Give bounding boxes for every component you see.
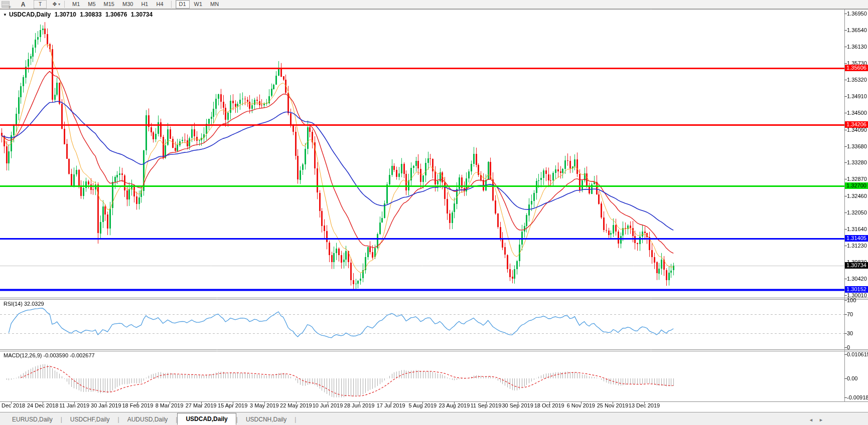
price-tick-label: 1.35320 — [847, 77, 867, 83]
price-tick-label: 1.36540 — [847, 27, 867, 33]
hline-price-tag: 1.31405 — [845, 235, 868, 242]
hline-price-tag: 1.35606 — [845, 65, 868, 71]
collapse-triangle-icon[interactable]: ▼ — [3, 13, 7, 17]
price-tick-label: 1.32050 — [847, 209, 867, 216]
rsi-tick-label: 100 — [847, 297, 856, 303]
current-price-tag: 1.30734 — [845, 262, 868, 269]
price-tick-label: 1.33280 — [847, 159, 867, 165]
symbol-tab-eurusd[interactable]: EURUSD,Daily — [4, 414, 61, 425]
price-tick-label: 1.33680 — [847, 143, 867, 149]
tab-scroll-right-icon[interactable]: ► — [819, 417, 823, 422]
hline-price-tag: 1.30152 — [845, 286, 868, 293]
symbol-period-label: USDCAD,Daily — [9, 11, 51, 18]
symbol-tab-usdchf[interactable]: USDCHF,Daily — [62, 414, 118, 425]
price-tick-label: 1.34910 — [847, 93, 867, 99]
ohlc-low: 1.30676 — [105, 11, 127, 18]
price-tick-label: 1.32460 — [847, 193, 867, 199]
symbol-tab-usdcnh[interactable]: USDCNH,Daily — [238, 414, 295, 425]
price-tick-label: 1.31230 — [847, 243, 867, 249]
price-tick-label: 1.32870 — [847, 176, 867, 182]
macd-label: MACD(12,26,9) -0.003590 -0.002677 — [4, 352, 95, 358]
macd-tick-label: 0.010615 — [847, 351, 868, 357]
symbol-tab-usdcad[interactable]: USDCAD,Daily — [177, 413, 236, 425]
hline-price-tag: 1.32700 — [845, 182, 868, 189]
price-tick-label: 1.34500 — [847, 110, 867, 116]
macd-tick-label: 0.00 — [847, 375, 857, 381]
rsi-tick-label: 30 — [847, 330, 853, 336]
chart-title: ▼USDCAD,Daily 1.30710 1.30833 1.30676 1.… — [3, 11, 155, 18]
price-tick-label: 1.36950 — [847, 11, 867, 17]
ohlc-close: 1.30734 — [131, 11, 153, 18]
hline-price-tag: 1.34206 — [845, 121, 868, 128]
date-label: 13 Dec 2019 — [622, 402, 667, 408]
ohlc-open: 1.30710 — [55, 11, 76, 18]
macd-tick-label: -0.009181 — [847, 394, 868, 400]
rsi-tick-label: 70 — [847, 311, 853, 317]
chart-canvas[interactable] — [0, 0, 868, 425]
trading-platform-window: F A T ❖ ▾ M1M5M15M30H1H4D1W1MN ▼USDCAD,D… — [0, 0, 868, 425]
tab-scroll-left-icon[interactable]: ◄ — [809, 417, 813, 422]
price-tick-label: 1.36130 — [847, 44, 867, 50]
rsi-label: RSI(14) 32.0329 — [4, 301, 44, 307]
tab-separator: | — [295, 414, 296, 425]
price-tick-label: 1.31640 — [847, 226, 867, 232]
rsi-tick-label: 0 — [847, 344, 850, 350]
symbol-tab-audusd[interactable]: AUDUSD,Daily — [119, 414, 176, 425]
ohlc-high: 1.30833 — [80, 11, 101, 18]
symbol-tab-bar: EURUSD,Daily|USDCHF,Daily|AUDUSD,Daily|U… — [0, 412, 868, 425]
price-tick-label: 1.30420 — [847, 276, 867, 282]
